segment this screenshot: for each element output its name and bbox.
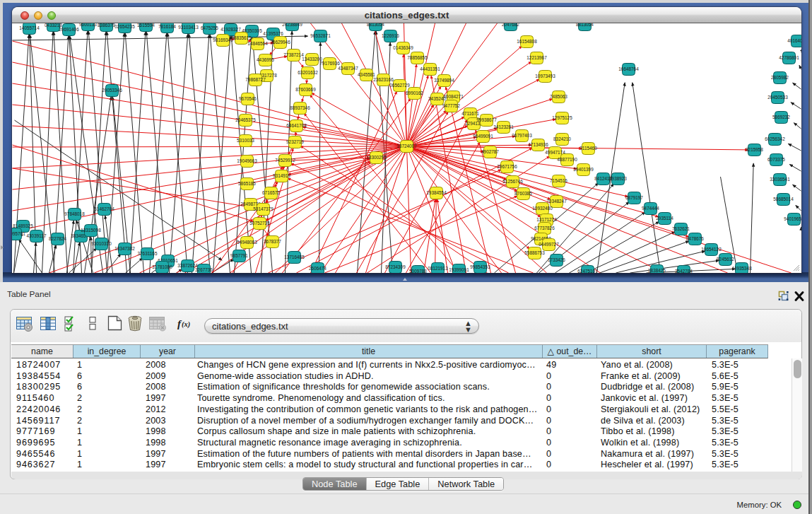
svg-text:3678377: 3678377 bbox=[264, 239, 281, 244]
svg-text:9477752: 9477752 bbox=[442, 103, 460, 108]
svg-text:93010310: 93010310 bbox=[91, 241, 112, 246]
svg-text:98169340: 98169340 bbox=[213, 37, 233, 42]
svg-text:9245612: 9245612 bbox=[717, 257, 734, 262]
svg-text:51462704: 51462704 bbox=[94, 206, 114, 211]
svg-text:19399091: 19399091 bbox=[449, 267, 469, 272]
svg-text:97848018: 97848018 bbox=[64, 211, 85, 216]
svg-text:8813054: 8813054 bbox=[576, 23, 594, 27]
svg-text:79868727: 79868727 bbox=[245, 77, 266, 82]
svg-text:10932480: 10932480 bbox=[532, 206, 553, 211]
svg-text:87234309: 87234309 bbox=[385, 264, 406, 269]
svg-text:47134936: 47134936 bbox=[528, 142, 548, 147]
svg-text:93103413: 93103413 bbox=[178, 25, 199, 30]
svg-text:31781080: 31781080 bbox=[152, 264, 172, 269]
svg-text:67737826: 67737826 bbox=[534, 226, 555, 230]
svg-text:9314919: 9314919 bbox=[273, 173, 290, 178]
svg-text:24238849: 24238849 bbox=[282, 23, 302, 27]
svg-text:62475107: 62475107 bbox=[577, 269, 598, 273]
svg-text:12975125: 12975125 bbox=[552, 115, 572, 120]
svg-text:77387214: 77387214 bbox=[283, 52, 304, 57]
svg-text:04499727: 04499727 bbox=[539, 242, 559, 247]
svg-text:01436349: 01436349 bbox=[393, 45, 413, 50]
svg-text:99854353: 99854353 bbox=[470, 264, 490, 269]
svg-text:2935114: 2935114 bbox=[656, 216, 673, 221]
svg-text:14846564: 14846564 bbox=[247, 41, 268, 46]
svg-text:41395376: 41395376 bbox=[263, 31, 283, 36]
svg-text:54948083: 54948083 bbox=[237, 240, 257, 245]
svg-text:48877190: 48877190 bbox=[557, 157, 577, 162]
svg-text:7632621: 7632621 bbox=[672, 226, 690, 231]
svg-text:36629946: 36629946 bbox=[270, 40, 290, 45]
svg-text:29671756: 29671756 bbox=[497, 164, 517, 169]
svg-text:6879197: 6879197 bbox=[625, 195, 643, 200]
svg-text:6990162: 6990162 bbox=[406, 90, 423, 95]
svg-text:8227824: 8227824 bbox=[49, 236, 66, 241]
svg-text:43487347: 43487347 bbox=[338, 66, 358, 71]
svg-text:2606474: 2606474 bbox=[309, 266, 326, 271]
svg-text:18347382: 18347382 bbox=[114, 246, 135, 251]
svg-text:20465375: 20465375 bbox=[235, 117, 256, 122]
svg-text:20691406: 20691406 bbox=[59, 27, 79, 32]
svg-text:18724007: 18724007 bbox=[396, 144, 417, 148]
svg-text:88937346: 88937346 bbox=[290, 105, 310, 110]
svg-text:02654235: 02654235 bbox=[114, 24, 135, 29]
svg-text:06797403: 06797403 bbox=[512, 133, 532, 138]
svg-text:9232719: 9232719 bbox=[286, 139, 304, 144]
svg-text:6073375: 6073375 bbox=[767, 157, 785, 162]
svg-text:5869232: 5869232 bbox=[772, 115, 790, 119]
svg-text:6475255: 6475255 bbox=[201, 25, 218, 30]
svg-text:1226916: 1226916 bbox=[382, 33, 399, 38]
svg-text:8386379: 8386379 bbox=[98, 23, 115, 28]
svg-text:13716485: 13716485 bbox=[284, 255, 305, 259]
svg-text:79176936: 79176936 bbox=[319, 61, 340, 66]
svg-text:5009788: 5009788 bbox=[409, 269, 427, 273]
svg-text:70348247: 70348247 bbox=[546, 199, 567, 204]
svg-text:78856855: 78856855 bbox=[407, 55, 428, 60]
svg-text:3267736: 3267736 bbox=[195, 267, 213, 272]
svg-text:6716572: 6716572 bbox=[262, 190, 280, 195]
svg-text:7816184: 7816184 bbox=[158, 24, 176, 29]
svg-text:06562729: 06562729 bbox=[389, 83, 410, 88]
svg-text:40084271: 40084271 bbox=[443, 94, 464, 99]
svg-text:59401399: 59401399 bbox=[573, 167, 594, 172]
svg-text:8760385: 8760385 bbox=[514, 191, 532, 196]
svg-text:42786801: 42786801 bbox=[779, 55, 799, 60]
svg-text:(x): (x) bbox=[182, 320, 190, 329]
svg-text:88095701: 88095701 bbox=[12, 231, 25, 236]
svg-text:33036541: 33036541 bbox=[770, 177, 790, 182]
svg-text:64641708: 64641708 bbox=[286, 123, 307, 128]
svg-text:5865185: 5865185 bbox=[238, 181, 256, 186]
svg-text:8324210: 8324210 bbox=[553, 136, 571, 141]
svg-text:34123281: 34123281 bbox=[493, 124, 514, 129]
svg-text:9600133: 9600133 bbox=[79, 23, 97, 27]
svg-text:12213967: 12213967 bbox=[526, 55, 547, 60]
svg-text:08121913: 08121913 bbox=[428, 266, 448, 271]
svg-text:53147379: 53147379 bbox=[253, 206, 273, 211]
svg-text:41928327: 41928327 bbox=[220, 27, 241, 32]
svg-text:9857791: 9857791 bbox=[230, 253, 248, 258]
svg-text:96532871: 96532871 bbox=[310, 33, 331, 38]
svg-text:94019655: 94019655 bbox=[784, 216, 801, 221]
svg-text:13315098: 13315098 bbox=[81, 228, 101, 233]
svg-text:08835615: 08835615 bbox=[231, 35, 252, 40]
svg-text:96499091: 96499091 bbox=[473, 134, 493, 139]
svg-text:1838425: 1838425 bbox=[648, 268, 666, 273]
svg-text:58685014: 58685014 bbox=[773, 197, 794, 201]
svg-text:40164005: 40164005 bbox=[787, 38, 801, 43]
svg-text:99938677: 99938677 bbox=[476, 117, 497, 122]
svg-text:20053346: 20053346 bbox=[102, 88, 122, 93]
svg-text:2047682: 2047682 bbox=[502, 23, 519, 27]
svg-text:1733426: 1733426 bbox=[548, 257, 565, 262]
svg-text:4902787: 4902787 bbox=[481, 149, 499, 154]
svg-text:8478676: 8478676 bbox=[686, 236, 704, 241]
svg-text:4436995: 4436995 bbox=[257, 57, 274, 62]
svg-text:9670546: 9670546 bbox=[239, 96, 257, 101]
svg-text:8938923: 8938923 bbox=[609, 176, 627, 181]
svg-text:43039117: 43039117 bbox=[27, 233, 47, 238]
svg-text:23623166: 23623166 bbox=[373, 77, 394, 82]
svg-text:60256342: 60256342 bbox=[765, 136, 785, 141]
svg-text:9115460: 9115460 bbox=[579, 146, 597, 151]
svg-text:20450533: 20450533 bbox=[767, 95, 788, 100]
svg-text:13171274: 13171274 bbox=[536, 217, 557, 222]
svg-text:8215958: 8215958 bbox=[746, 147, 763, 152]
